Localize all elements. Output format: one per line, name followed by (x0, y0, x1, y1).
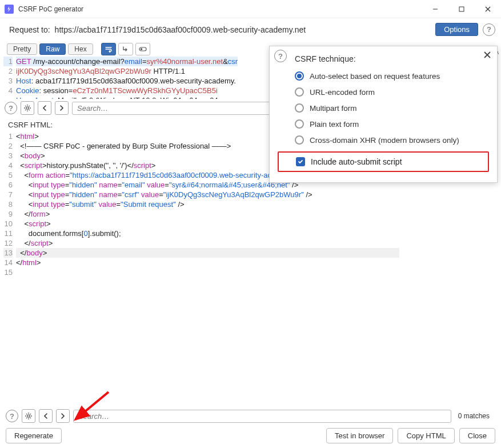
radio-label: URL-encoded form (310, 88, 375, 97)
request-row: Request to: https://acba1f711f719d15c0d6… (0, 18, 501, 43)
help-icon[interactable]: ? (5, 102, 17, 114)
radio-label: Multipart form (310, 104, 357, 113)
include-label: Include auto-submit script (311, 157, 402, 166)
copy-html-button[interactable]: Copy HTML (398, 428, 454, 443)
request-to-label: Request to: (9, 25, 50, 34)
prev-arrow-icon[interactable] (39, 409, 53, 423)
radio-icon[interactable] (295, 119, 304, 129)
tab-hex[interactable]: Hex (68, 43, 93, 55)
window-title: CSRF PoC generator (18, 5, 422, 13)
html-search-row: ? 0 matches (1, 407, 498, 425)
newline-icon[interactable] (118, 43, 133, 55)
maximize-button[interactable] (448, 0, 475, 18)
help-icon[interactable]: ? (274, 50, 287, 62)
radio-icon[interactable] (295, 135, 304, 145)
html-search-input[interactable] (73, 410, 451, 423)
match-count: 0 matches (455, 412, 493, 420)
minimize-button[interactable] (422, 0, 448, 18)
radio-technique-2[interactable]: Multipart form (295, 103, 489, 113)
close-button[interactable] (475, 0, 501, 18)
radio-label: Plain text form (310, 120, 359, 129)
svg-point-6 (26, 107, 29, 109)
prev-arrow-icon[interactable] (38, 101, 51, 115)
tab-raw[interactable]: Raw (39, 43, 66, 55)
request-url: https://acba1f711f719d15c0d63aaf00cf0009… (55, 25, 306, 34)
radio-icon[interactable] (295, 87, 304, 97)
tab-pretty[interactable]: Pretty (7, 43, 37, 55)
close-dialog-button[interactable]: Close (459, 428, 495, 443)
window-title-bar: CSRF PoC generator (0, 0, 501, 18)
settings-gear-icon[interactable] (21, 101, 34, 115)
radio-icon[interactable] (295, 103, 304, 113)
radio-technique-1[interactable]: URL-encoded form (295, 87, 489, 97)
svg-rect-1 (459, 7, 464, 11)
highlight-box: Include auto-submit script (278, 151, 489, 172)
settings-gear-icon[interactable] (22, 409, 35, 423)
options-popup: ? CSRF technique: Auto-select based on r… (269, 46, 498, 183)
popup-title: CSRF technique: (295, 54, 489, 63)
bottom-button-row: Regenerate Test in browser Copy HTML Clo… (0, 428, 501, 443)
next-arrow-icon[interactable] (56, 409, 70, 423)
help-icon[interactable]: ? (483, 23, 495, 36)
svg-point-7 (27, 415, 30, 417)
radio-icon[interactable] (295, 71, 304, 81)
wrap-lines-icon[interactable] (101, 43, 116, 55)
popup-close-icon[interactable] (483, 51, 491, 61)
next-arrow-icon[interactable] (55, 101, 69, 115)
toggle-icon[interactable] (135, 43, 150, 55)
radio-technique-4[interactable]: Cross-domain XHR (modern browsers only) (295, 135, 489, 145)
regenerate-button[interactable]: Regenerate (6, 428, 62, 443)
radio-technique-3[interactable]: Plain text form (295, 119, 489, 129)
app-icon (5, 5, 14, 14)
options-button[interactable]: Options (435, 23, 478, 36)
radio-label: Auto-select based on request features (310, 72, 440, 81)
help-icon[interactable]: ? (6, 410, 18, 422)
svg-point-5 (140, 48, 142, 50)
radio-label: Cross-domain XHR (modern browsers only) (310, 136, 459, 145)
radio-technique-0[interactable]: Auto-select based on request features (295, 71, 489, 81)
include-checkbox[interactable] (296, 157, 305, 166)
test-in-browser-button[interactable]: Test in browser (326, 428, 393, 443)
